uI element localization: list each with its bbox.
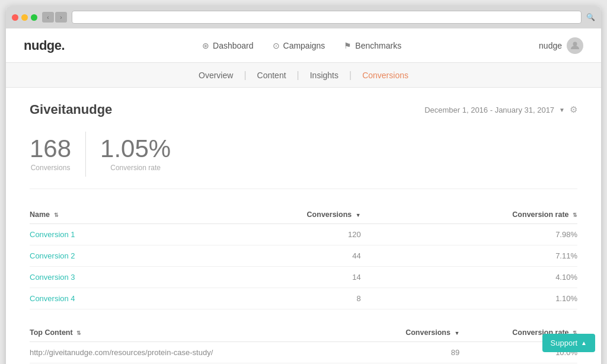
conversions-table-header-row: Name ⇅ Conversions ▼ Conversion rate ⇅ bbox=[30, 206, 577, 224]
back-button[interactable]: ‹ bbox=[42, 12, 54, 23]
table-row: Conversion 1 120 7.98% bbox=[30, 224, 577, 245]
gear-icon[interactable]: ⚙ bbox=[570, 104, 577, 115]
app-logo: nudge. bbox=[24, 38, 65, 53]
nav-dashboard-label: Dashboard bbox=[213, 41, 254, 50]
col-name-header[interactable]: Name ⇅ bbox=[30, 206, 181, 224]
stat-conversions-number: 168 bbox=[30, 136, 71, 161]
nav-benchmarks[interactable]: ⚑ Benchmarks bbox=[344, 41, 401, 50]
main-nav: ⊛ Dashboard ⊙ Campaigns ⚑ Benchmarks bbox=[202, 41, 401, 50]
avatar[interactable] bbox=[567, 37, 583, 54]
tc-conversions-sort-icon: ▼ bbox=[454, 330, 459, 336]
stat-conversion-rate: 1.05% Conversion rate bbox=[85, 132, 185, 177]
nav-campaigns-label: Campaigns bbox=[283, 41, 325, 50]
nav-dashboard[interactable]: ⊛ Dashboard bbox=[202, 41, 254, 50]
username-label: nudge bbox=[539, 41, 562, 50]
browser-dots bbox=[12, 14, 37, 21]
forward-button[interactable]: › bbox=[55, 12, 67, 23]
table-row: Conversion 4 8 1.10% bbox=[30, 288, 577, 309]
app-header: nudge. ⊛ Dashboard ⊙ Campaigns ⚑ Benchma… bbox=[6, 28, 601, 63]
support-label: Support bbox=[551, 339, 578, 347]
stat-rate-label: Conversion rate bbox=[100, 164, 171, 172]
conversion-rate: 7.98% bbox=[361, 224, 577, 245]
rate-sort-icon: ⇅ bbox=[573, 212, 577, 218]
sub-nav: Overview | Content | Insights | Conversi… bbox=[6, 63, 601, 88]
table-row: Conversion 2 44 7.11% bbox=[30, 245, 577, 267]
browser-window: ‹ › 🔍 nudge. ⊛ Dashboard ⊙ Campaigns ⚑ B… bbox=[6, 6, 601, 364]
benchmarks-icon: ⚑ bbox=[344, 41, 352, 50]
top-content-header-row: Top Content ⇅ Conversions ▼ Conversion r… bbox=[30, 324, 577, 342]
dashboard-icon: ⊛ bbox=[202, 41, 209, 50]
col-top-content-header[interactable]: Top Content ⇅ bbox=[30, 324, 362, 342]
conversion-count: 120 bbox=[181, 224, 361, 245]
stat-conversions-label: Conversions bbox=[30, 164, 71, 172]
nav-arrows: ‹ › bbox=[42, 12, 67, 23]
nav-benchmarks-label: Benchmarks bbox=[355, 41, 401, 50]
conversion-count: 8 bbox=[181, 288, 361, 309]
campaigns-icon: ⊙ bbox=[273, 41, 280, 50]
subnav-overview[interactable]: Overview bbox=[188, 71, 244, 80]
stats-row: 168 Conversions 1.05% Conversion rate bbox=[30, 132, 577, 189]
date-range-selector[interactable]: December 1, 2016 - January 31, 2017 ▼ ⚙ bbox=[424, 104, 577, 115]
page-header-row: Giveitanudge December 1, 2016 - January … bbox=[30, 102, 577, 117]
subnav-insights[interactable]: Insights bbox=[299, 71, 349, 80]
subnav-conversions[interactable]: Conversions bbox=[352, 71, 419, 80]
col-rate-header[interactable]: Conversion rate ⇅ bbox=[361, 206, 577, 224]
conversions-sort-icon: ▼ bbox=[356, 212, 361, 218]
conversion-count: 44 bbox=[181, 245, 361, 267]
date-range-dropdown-icon: ▼ bbox=[559, 107, 565, 113]
dot-close[interactable] bbox=[12, 14, 18, 21]
conversion-count: 14 bbox=[181, 267, 361, 288]
address-bar[interactable] bbox=[72, 11, 582, 24]
page-content: Giveitanudge December 1, 2016 - January … bbox=[6, 88, 601, 364]
subnav-content[interactable]: Content bbox=[247, 71, 297, 80]
svg-point-0 bbox=[573, 41, 577, 46]
stat-rate-number: 1.05% bbox=[100, 136, 171, 161]
top-content-sort-icon: ⇅ bbox=[76, 330, 81, 336]
support-chevron-icon: ▲ bbox=[581, 340, 587, 346]
col-tc-conversions-header[interactable]: Conversions ▼ bbox=[362, 324, 459, 342]
conversion-name-link[interactable]: Conversion 4 bbox=[30, 294, 75, 303]
table-row: Conversion 3 14 4.10% bbox=[30, 267, 577, 288]
top-content-table: Top Content ⇅ Conversions ▼ Conversion r… bbox=[30, 324, 577, 364]
conversion-rate: 4.10% bbox=[361, 267, 577, 288]
conversion-name-link[interactable]: Conversion 3 bbox=[30, 273, 75, 282]
content-url: http://giveitanudge.com/resources/protei… bbox=[30, 342, 362, 363]
page-title: Giveitanudge bbox=[30, 102, 112, 117]
conversion-rate: 7.11% bbox=[361, 245, 577, 267]
date-range-text: December 1, 2016 - January 31, 2017 bbox=[424, 106, 554, 114]
top-content-label: Top Content bbox=[30, 328, 73, 337]
conversion-name-link[interactable]: Conversion 2 bbox=[30, 251, 75, 260]
nav-campaigns[interactable]: ⊙ Campaigns bbox=[273, 41, 325, 50]
dot-minimize[interactable] bbox=[21, 14, 28, 21]
conversion-name-link[interactable]: Conversion 1 bbox=[30, 230, 75, 239]
tc-conversion-count: 89 bbox=[362, 342, 459, 363]
conversions-table: Name ⇅ Conversions ▼ Conversion rate ⇅ C… bbox=[30, 206, 577, 309]
browser-chrome: ‹ › 🔍 bbox=[6, 6, 601, 28]
dot-maximize[interactable] bbox=[31, 14, 37, 21]
support-button[interactable]: Support ▲ bbox=[542, 334, 595, 352]
name-sort-icon: ⇅ bbox=[54, 212, 59, 218]
user-area: nudge bbox=[539, 37, 583, 54]
browser-search-icon: 🔍 bbox=[586, 13, 595, 21]
stat-conversions: 168 Conversions bbox=[30, 132, 85, 177]
table-row: http://giveitanudge.com/resources/protei… bbox=[30, 342, 577, 363]
col-conversions-header[interactable]: Conversions ▼ bbox=[181, 206, 361, 224]
conversion-rate: 1.10% bbox=[361, 288, 577, 309]
